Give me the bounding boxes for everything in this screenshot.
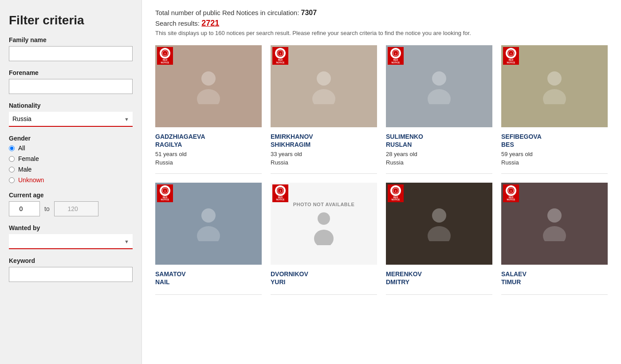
badge-text: REDNOTICE xyxy=(161,196,169,201)
card-image-wrapper: I REDNOTICE xyxy=(386,45,492,127)
person-card[interactable]: I REDNOTICE SALAEVTIMUR xyxy=(501,183,608,295)
family-name-input[interactable] xyxy=(9,46,133,61)
person-name: SALAEVTIMUR xyxy=(501,270,608,286)
wanted-by-label: Wanted by xyxy=(9,224,133,231)
interpol-badge: I REDNOTICE xyxy=(157,184,173,202)
gender-male-label: Male xyxy=(18,166,31,173)
interpol-badge: I REDNOTICE xyxy=(272,184,288,202)
sidebar: Filter criteria Family name Forename Nat… xyxy=(0,0,142,364)
family-name-group: Family name xyxy=(9,36,133,61)
nationality-label: Nationality xyxy=(9,102,133,109)
person-card[interactable]: I REDNOTICE PHOTO NOT AVAILABLE DVORNIKO… xyxy=(271,183,377,295)
age-to-input[interactable] xyxy=(54,201,98,216)
svg-point-33 xyxy=(432,208,446,223)
interpol-badge: I REDNOTICE xyxy=(388,184,404,202)
gender-unknown-radio[interactable] xyxy=(9,177,15,183)
search-results-count: 2721 xyxy=(201,19,219,27)
total-notices-label: Total number of public Red Notices in ci… xyxy=(155,9,299,16)
gender-radio-group: All Female Male Unknown xyxy=(9,145,133,184)
age-group: Current age to xyxy=(9,192,133,216)
total-notices-count: 7307 xyxy=(301,9,317,16)
gender-label: Gender xyxy=(9,135,133,142)
person-age: 33 years old xyxy=(271,150,377,158)
gender-female-label: Female xyxy=(18,155,39,162)
forename-group: Forename xyxy=(9,69,133,94)
age-row: to xyxy=(9,201,133,216)
card-image-wrapper: I REDNOTICE xyxy=(501,183,608,265)
search-results-line: Search results: 2721 xyxy=(155,19,608,28)
interpol-icon: I xyxy=(160,185,170,196)
interpol-icon: I xyxy=(160,48,170,59)
sidebar-title: Filter criteria xyxy=(9,13,133,27)
svg-point-13 xyxy=(432,71,446,86)
badge-text: REDNOTICE xyxy=(507,196,515,201)
person-silhouette xyxy=(426,206,452,241)
person-silhouette xyxy=(541,69,568,104)
forename-input[interactable] xyxy=(9,79,133,94)
svg-point-4 xyxy=(197,89,220,104)
interpol-icon: I xyxy=(390,185,401,196)
search-results-label: Search results: xyxy=(155,20,200,27)
gender-all-radio[interactable] xyxy=(9,145,15,151)
person-name: DVORNIKOVYURI xyxy=(271,270,377,286)
gender-unknown-label: Unknown xyxy=(18,176,44,184)
gender-female-option[interactable]: Female xyxy=(9,155,133,162)
person-card[interactable]: I REDNOTICE EMIRKHANOVSHIKHRAGIM 33 year… xyxy=(271,45,377,174)
person-card[interactable]: I REDNOTICE SULIMENKORUSLAN 28 years old… xyxy=(386,45,492,174)
person-name: GADZHIAGAEVARAGILYA xyxy=(155,133,262,149)
svg-point-14 xyxy=(428,89,451,104)
gender-male-option[interactable]: Male xyxy=(9,166,133,173)
interpol-badge: I REDNOTICE xyxy=(157,47,173,65)
gender-all-option[interactable]: All xyxy=(9,145,133,152)
interpol-icon: I xyxy=(506,48,516,59)
person-card[interactable]: I REDNOTICE GADZHIAGAEVARAGILYA 51 years… xyxy=(155,45,262,174)
person-age: 59 years old xyxy=(501,150,608,158)
keyword-label: Keyword xyxy=(9,257,133,264)
nationality-select[interactable]: Russia All nationalities Afghanistan Alb… xyxy=(9,112,133,127)
badge-text: REDNOTICE xyxy=(276,196,285,201)
gender-female-radio[interactable] xyxy=(9,156,15,162)
gender-unknown-option[interactable]: Unknown xyxy=(9,176,133,184)
interpol-icon: I xyxy=(390,48,401,59)
persons-grid: I REDNOTICE GADZHIAGAEVARAGILYA 51 years… xyxy=(155,45,608,295)
gender-male-radio[interactable] xyxy=(9,167,15,172)
interpol-badge: I REDNOTICE xyxy=(388,47,404,65)
svg-point-8 xyxy=(317,71,331,86)
badge-text: REDNOTICE xyxy=(392,59,400,64)
keyword-input[interactable] xyxy=(9,267,133,282)
interpol-icon: I xyxy=(506,185,516,196)
interpol-icon: I xyxy=(275,48,286,59)
person-card[interactable]: I REDNOTICE MERENKOVDMITRY xyxy=(386,183,492,295)
person-name: SULIMENKORUSLAN xyxy=(386,133,492,149)
interpol-badge: I REDNOTICE xyxy=(503,47,519,65)
age-from-input[interactable] xyxy=(9,201,40,216)
person-card[interactable]: I REDNOTICE SEFIBEGOVABES 59 years old R… xyxy=(501,45,608,174)
wanted-by-select[interactable] xyxy=(9,234,133,249)
svg-point-23 xyxy=(201,208,216,223)
badge-text: REDNOTICE xyxy=(276,59,285,64)
wanted-by-group: Wanted by xyxy=(9,224,133,249)
age-label: Current age xyxy=(9,192,133,199)
person-nationality: Russia xyxy=(386,159,492,167)
person-nationality: Russia xyxy=(501,159,608,167)
svg-point-34 xyxy=(428,226,451,241)
svg-point-3 xyxy=(201,71,216,86)
interpol-icon: I xyxy=(275,185,286,196)
gender-group: Gender All Female Male Unknown xyxy=(9,135,133,184)
svg-point-38 xyxy=(547,208,562,223)
person-card[interactable]: I REDNOTICE SAMATOVNAIL xyxy=(155,183,262,295)
person-age: 51 years old xyxy=(155,150,262,158)
nationality-select-wrapper: Russia All nationalities Afghanistan Alb… xyxy=(9,112,133,127)
person-name: SAMATOVNAIL xyxy=(155,270,262,286)
svg-point-19 xyxy=(543,89,566,104)
person-silhouette xyxy=(195,69,222,104)
search-notice: This site displays up to 160 notices per… xyxy=(155,30,608,36)
person-nationality: Russia xyxy=(155,159,262,167)
total-notices-line: Total number of public Red Notices in ci… xyxy=(155,9,608,17)
interpol-badge: I REDNOTICE xyxy=(272,47,288,65)
card-image-wrapper: I REDNOTICE xyxy=(386,183,492,265)
wanted-by-select-wrapper xyxy=(9,234,133,249)
age-to-separator: to xyxy=(44,205,50,212)
svg-point-9 xyxy=(312,89,335,104)
gender-all-label: All xyxy=(18,145,25,152)
